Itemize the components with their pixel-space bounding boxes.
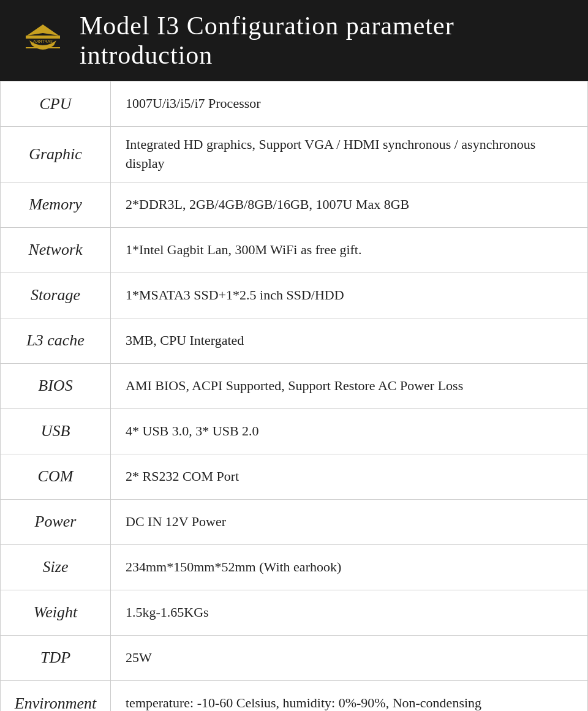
spec-value: 234mm*150mm*52mm (With earhook) [111, 545, 587, 590]
table-row: Network1*Intel Gagbit Lan, 300M WiFi as … [1, 228, 587, 273]
spec-label: CPU [1, 81, 111, 126]
table-row: Size234mm*150mm*52mm (With earhook) [1, 545, 587, 590]
spec-label: BIOS [1, 364, 111, 408]
table-row: L3 cache3MB, CPU Intergated [1, 318, 587, 364]
spec-label: Storage [1, 273, 111, 318]
table-row: Environmenttemperature: -10-60 Celsius, … [1, 681, 587, 711]
spec-label: USB [1, 409, 111, 454]
specs-table: CPU1007U/i3/i5/i7 ProcessorGraphicIntegr… [0, 81, 588, 711]
spec-value: 25W [111, 636, 587, 680]
spec-label: TDP [1, 636, 111, 680]
spec-label: Size [1, 545, 111, 590]
svg-marker-1 [43, 24, 59, 36]
table-row: TDP25W [1, 636, 587, 681]
table-row: PowerDC IN 12V Power [1, 500, 587, 545]
svg-marker-0 [27, 24, 43, 36]
spec-value: DC IN 12V Power [111, 500, 587, 544]
brand-logo: 3APTRKA [21, 22, 65, 59]
spec-label: L3 cache [1, 318, 111, 363]
spec-label: COM [1, 454, 111, 499]
spec-value: temperature: -10-60 Celsius, humidity: 0… [111, 681, 587, 711]
spec-label: Power [1, 500, 111, 544]
spec-value: 4* USB 3.0, 3* USB 2.0 [111, 409, 587, 454]
spec-label: Weight [1, 590, 111, 635]
table-row: GraphicIntegrated HD graphics, Support V… [1, 127, 587, 182]
spec-value: 1.5kg-1.65KGs [111, 590, 587, 635]
spec-value: 2*DDR3L, 2GB/4GB/8GB/16GB, 1007U Max 8GB [111, 182, 587, 227]
table-row: COM2* RS232 COM Port [1, 454, 587, 500]
spec-label: Memory [1, 182, 111, 227]
table-row: BIOSAMI BIOS, ACPI Supported, Support Re… [1, 364, 587, 409]
svg-rect-2 [26, 36, 60, 39]
spec-value: Integrated HD graphics, Support VGA / HD… [111, 127, 587, 182]
spec-label: Environment [1, 681, 111, 711]
spec-value: AMI BIOS, ACPI Supported, Support Restor… [111, 364, 587, 408]
spec-label: Graphic [1, 127, 111, 182]
table-row: Weight1.5kg-1.65KGs [1, 590, 587, 636]
table-row: CPU1007U/i3/i5/i7 Processor [1, 81, 587, 127]
spec-value: 1007U/i3/i5/i7 Processor [111, 81, 587, 126]
spec-value: 3MB, CPU Intergated [111, 318, 587, 363]
spec-value: 2* RS232 COM Port [111, 454, 587, 499]
table-row: Memory2*DDR3L, 2GB/4GB/8GB/16GB, 1007U M… [1, 182, 587, 228]
svg-text:3APTRKA: 3APTRKA [33, 39, 53, 43]
spec-value: 1*Intel Gagbit Lan, 300M WiFi as free gi… [111, 228, 587, 273]
spec-value: 1*MSATA3 SSD+1*2.5 inch SSD/HDD [111, 273, 587, 318]
table-row: USB4* USB 3.0, 3* USB 2.0 [1, 409, 587, 454]
spec-label: Network [1, 228, 111, 273]
page-title: Model I3 Configuration parameter introdu… [80, 11, 570, 70]
header: 3APTRKA Model I3 Configuration parameter… [0, 0, 588, 81]
logo-area: 3APTRKA [18, 22, 67, 59]
table-row: Storage1*MSATA3 SSD+1*2.5 inch SSD/HDD [1, 273, 587, 318]
